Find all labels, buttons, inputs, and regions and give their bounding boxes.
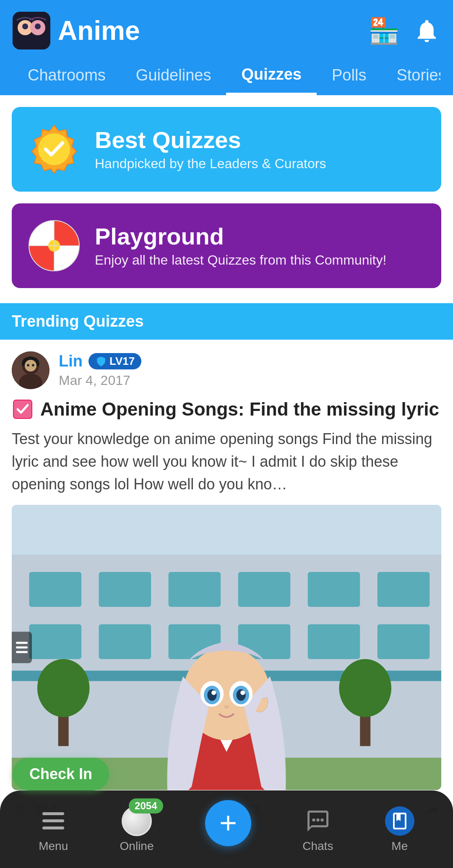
svg-point-56 xyxy=(320,818,324,821)
main-content: Best Quizzes Handpicked by the Leaders &… xyxy=(0,95,453,839)
header-icons: 🏪 xyxy=(368,16,440,46)
playground-title: Playground xyxy=(95,223,386,249)
svg-rect-24 xyxy=(169,572,221,607)
me-icon xyxy=(385,806,415,836)
nav-item-chats[interactable]: Chats xyxy=(302,806,333,853)
post-excerpt: Test your knowledge on anime opening son… xyxy=(12,428,441,496)
best-quizzes-subtitle: Handpicked by the Leaders & Curators xyxy=(95,156,326,172)
author-name-row: Lin LV17 xyxy=(59,352,141,370)
svg-point-17 xyxy=(32,364,34,366)
beach-ball-icon xyxy=(27,218,81,273)
svg-point-36 xyxy=(37,659,90,717)
svg-rect-25 xyxy=(238,572,291,607)
tab-guidelines[interactable]: Guidelines xyxy=(121,59,226,95)
post-title-text[interactable]: Anime Opening Songs: Find the missing ly… xyxy=(40,399,439,420)
badge-icon xyxy=(27,122,81,177)
nav-item-me[interactable]: Me xyxy=(385,806,415,853)
post-title: Anime Opening Songs: Find the missing ly… xyxy=(12,398,441,420)
nav-tabs: Chatrooms Guidelines Quizzes Polls Stori… xyxy=(13,58,440,95)
author-avatar[interactable] xyxy=(12,351,49,389)
post-image[interactable] xyxy=(12,505,441,790)
menu-label: Menu xyxy=(39,839,68,853)
svg-point-4 xyxy=(35,23,41,29)
hamburger-icon xyxy=(42,812,64,829)
svg-point-55 xyxy=(316,818,320,821)
best-quizzes-text: Best Quizzes Handpicked by the Leaders &… xyxy=(95,127,326,172)
best-quizzes-card[interactable]: Best Quizzes Handpicked by the Leaders &… xyxy=(12,107,441,192)
svg-rect-23 xyxy=(99,572,151,607)
online-count-badge: 2054 xyxy=(129,798,163,813)
svg-rect-26 xyxy=(308,572,360,607)
svg-point-38 xyxy=(339,659,391,717)
sidebar-list-overlay xyxy=(12,632,32,663)
post-author: Lin LV17 Mar 4, 2017 xyxy=(12,351,441,389)
svg-rect-22 xyxy=(29,572,82,607)
svg-point-54 xyxy=(312,818,315,821)
playground-subtitle: Enjoy all the latest Quizzes from this C… xyxy=(95,252,386,268)
tab-stories[interactable]: Stories xyxy=(381,59,440,95)
tab-polls[interactable]: Polls xyxy=(317,59,381,95)
svg-point-15 xyxy=(25,360,36,372)
bell-icon[interactable] xyxy=(413,17,440,44)
svg-point-49 xyxy=(211,690,216,695)
tab-chatrooms[interactable]: Chatrooms xyxy=(13,59,121,95)
nav-item-online[interactable]: 2054 Online xyxy=(120,806,154,853)
app-title: Anime xyxy=(58,15,140,46)
app-header: Anime 🏪 Chatrooms Guidelines Quizzes Pol… xyxy=(0,0,453,95)
store-icon[interactable]: 🏪 xyxy=(368,16,400,46)
tab-quizzes[interactable]: Quizzes xyxy=(226,58,317,95)
bottom-nav: Menu 2054 Online Chats xyxy=(0,790,453,868)
create-button[interactable] xyxy=(205,800,251,846)
svg-point-3 xyxy=(22,23,28,29)
header-top: Anime 🏪 xyxy=(13,12,440,49)
online-label: Online xyxy=(120,839,154,853)
svg-point-50 xyxy=(240,690,245,695)
chats-icon xyxy=(303,806,333,836)
app-logo-icon xyxy=(13,12,50,49)
me-book-icon xyxy=(385,806,414,836)
author-name[interactable]: Lin xyxy=(59,352,83,370)
post-date: Mar 4, 2017 xyxy=(59,373,141,388)
svg-rect-33 xyxy=(378,624,430,659)
quiz-checkbox-icon xyxy=(12,398,34,420)
svg-rect-32 xyxy=(308,624,360,659)
level-text: LV17 xyxy=(109,355,135,368)
playground-card[interactable]: Playground Enjoy all the latest Quizzes … xyxy=(12,203,441,288)
nav-item-menu[interactable]: Menu xyxy=(38,806,68,853)
svg-rect-28 xyxy=(29,624,82,659)
best-quizzes-title: Best Quizzes xyxy=(95,127,326,153)
svg-rect-27 xyxy=(378,572,430,607)
svg-point-16 xyxy=(27,364,29,366)
check-in-button[interactable]: Check In xyxy=(13,758,109,790)
me-label: Me xyxy=(391,839,408,853)
level-badge: LV17 xyxy=(89,353,141,369)
nav-item-create[interactable] xyxy=(205,813,251,846)
trending-header: Trending Quizzes xyxy=(0,303,453,340)
trending-title: Trending Quizzes xyxy=(12,312,441,330)
plus-icon xyxy=(216,811,241,836)
svg-rect-29 xyxy=(99,624,151,659)
check-in-overlay: Check In xyxy=(13,758,109,790)
author-info: Lin LV17 Mar 4, 2017 xyxy=(59,352,141,388)
playground-text: Playground Enjoy all the latest Quizzes … xyxy=(95,223,386,268)
anime-scene xyxy=(12,505,441,790)
app-logo[interactable]: Anime xyxy=(13,12,140,49)
chats-label: Chats xyxy=(302,839,333,853)
menu-icon xyxy=(38,806,68,836)
